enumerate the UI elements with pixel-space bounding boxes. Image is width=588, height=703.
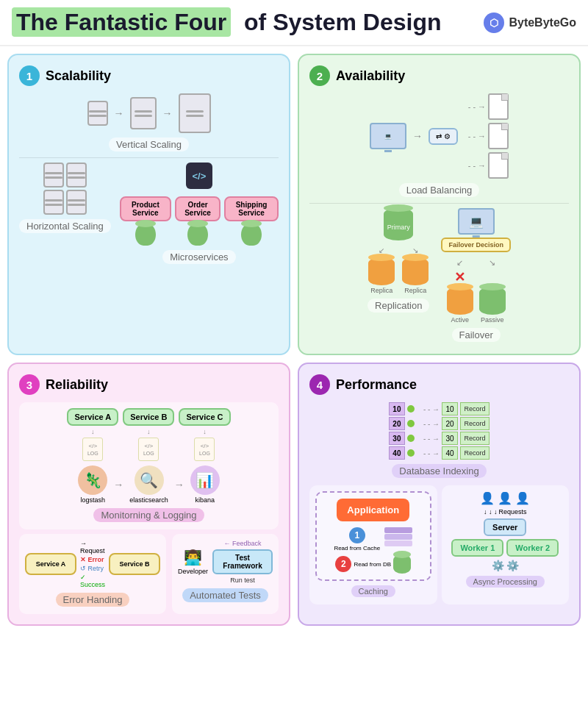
lb-server1: [488, 93, 509, 120]
replica1-col: ↙ Replica: [368, 246, 395, 294]
error-badge: ✕ Error: [80, 556, 105, 563]
tool-arrow1: →: [113, 479, 123, 490]
passive-db: [479, 287, 506, 315]
active-passive-row: ↙ ✕ Active ↘ Passive: [447, 258, 506, 324]
async-section: 👤 👤 👤 ↓ ↓ ↓ Requests Server Worker 1 Wor…: [442, 485, 570, 604]
error-label: Error Handing: [56, 593, 130, 607]
microservices-section: </> Product Service Order Service Shippi…: [120, 163, 279, 265]
hs-s3: [43, 190, 64, 215]
index-table: 10 20 30 40: [389, 402, 415, 460]
eh-flow: → Request ✕ Error ↺ Retry ✓ Success: [80, 540, 105, 588]
test-framework-box: Test Framework: [212, 549, 273, 574]
large-server-icon: [179, 93, 211, 133]
idx-10: 10: [389, 402, 405, 415]
retry-arrow: ↺ Retry: [80, 565, 105, 572]
brand-name: ByteByteGo: [509, 16, 576, 29]
product-service-box: Product Service: [120, 196, 171, 221]
read-db-label: Read from DB: [354, 561, 391, 568]
shipping-db-icon: [241, 224, 262, 246]
lb-server2: [488, 123, 509, 149]
quadrant-performance: 4 Performance 10 20 30: [298, 363, 581, 626]
index-arrows: - - → 10 Record - - → 20 Record - - → 30…: [423, 402, 490, 460]
elasticsearch-icon: 🔍: [135, 465, 164, 495]
requests-row: ↓ ↓ ↓ Requests: [484, 508, 527, 515]
failover-monitor: 💻: [458, 208, 495, 235]
developer-icon: 👨‍💻: [184, 549, 202, 566]
cache-db: [393, 554, 411, 574]
horizontal-scaling-section: Horizontal Scaling: [19, 163, 111, 235]
log-c: LOG: [194, 438, 215, 461]
stack-col: [384, 527, 412, 552]
replica1-label: Replica: [370, 287, 392, 294]
shipping-service-col: Shipping Service: [224, 196, 279, 246]
tests-diagram: 👨‍💻 Developer ← Feedback Test Framework …: [178, 540, 273, 604]
db-indexing-section: 10 20 30 40: [309, 402, 569, 479]
service-c-box: Service C: [179, 408, 230, 426]
active-db: [447, 287, 473, 315]
avail-bottom: Primary ↙ Replica ↘ Replica Replication: [309, 208, 569, 343]
shipping-service-box: Shipping Service: [224, 196, 279, 221]
async-label: Async Processing: [466, 576, 545, 588]
failover-section: 💻 Failover Decision ↙ ✕ Active ↘ Passive: [441, 208, 511, 343]
quadrant-availability: 2 Availability 💻 → ⇄ ⚙ - - → - - →: [298, 54, 581, 355]
page-title: The Fantastic Four of System Design: [12, 9, 442, 36]
rec-30: 30: [442, 432, 458, 445]
arrow1: →: [114, 107, 124, 119]
error-handling-section: Service A → Request ✕ Error ↺ Retry ✓ Su…: [19, 534, 166, 614]
idx-row-20: 20: [389, 417, 415, 430]
eh-svb-label: Service B: [116, 560, 153, 568]
eh-svc-a-col: Service A: [25, 553, 76, 575]
logstash-col: 🦎 logstash: [78, 465, 107, 504]
kibana-col: 📊 kibana: [190, 465, 220, 504]
replicas-row: ↙ Replica ↘ Replica: [368, 246, 429, 294]
primary-db: Primary: [384, 208, 413, 240]
rec-20-label: Record: [460, 417, 490, 430]
lb-server3: [488, 152, 509, 179]
replica2-label: Replica: [404, 287, 426, 294]
header: The Fantastic Four of System Design ⬡ By…: [0, 0, 588, 46]
active-label: Active: [451, 316, 469, 324]
application-button: Application: [337, 499, 409, 521]
order-db-icon: [187, 224, 208, 246]
person1-icon: 👤: [480, 491, 495, 505]
developer-col: 👨‍💻 Developer: [178, 549, 208, 575]
rec-40-label: Record: [460, 446, 490, 460]
q3-bottom-row: Service A → Request ✕ Error ↺ Retry ✓ Su…: [19, 534, 279, 614]
feedback-arrow-top: ← Feedback: [224, 540, 262, 547]
brand: ⬡ ByteByteGo: [484, 13, 576, 33]
gear2-icon: ⚙️: [506, 560, 519, 571]
primary-label: Primary: [387, 224, 410, 231]
worker2-box: Worker 2: [506, 539, 559, 557]
rec-10-label: Record: [460, 402, 490, 415]
medium-server-icon: [130, 97, 157, 129]
main-grid: 1 Scalability → → Vertical Scaling: [0, 46, 588, 633]
idx-dot-20: [407, 420, 415, 427]
idx-arrow-row3: - - → 30 Record: [423, 432, 490, 445]
q4-title-label: Performance: [336, 377, 417, 393]
service-b-box: Service B: [123, 408, 174, 426]
idx-dot-10: [407, 405, 415, 413]
replica2-db: [402, 257, 429, 285]
sl1: [384, 527, 412, 533]
passive-col: ↘ Passive: [479, 258, 506, 324]
sl3: [384, 540, 412, 546]
kibana-label: kibana: [196, 496, 215, 504]
brand-icon: ⬡: [484, 13, 504, 33]
sl2: [384, 534, 412, 540]
rec-20: 20: [442, 417, 458, 430]
idx-30: 30: [389, 432, 405, 445]
monitoring-label: Monitorning & Logging: [93, 508, 204, 522]
gear-row: ⚙️ ⚙️: [492, 560, 519, 571]
error-diagram: Service A → Request ✕ Error ↺ Retry ✓ Su…: [25, 540, 160, 588]
person3-icon: 👤: [515, 491, 530, 505]
hs-ms-row: Horizontal Scaling </> Product Service O…: [19, 163, 279, 265]
run-test-label: Run test: [230, 577, 255, 584]
arr-a: ↓: [91, 428, 95, 435]
service-a-box: Service A: [67, 408, 118, 426]
lb-row: 💻 → ⇄ ⚙ - - → - - → - - →: [370, 93, 509, 179]
automated-tests-section: 👨‍💻 Developer ← Feedback Test Framework …: [172, 534, 279, 614]
svc-c-col: Service C ↓ LOG: [179, 408, 230, 461]
eh-service-b: Service B: [109, 553, 160, 575]
async-people: 👤 👤 👤: [480, 491, 530, 505]
idx-20: 20: [389, 417, 405, 430]
